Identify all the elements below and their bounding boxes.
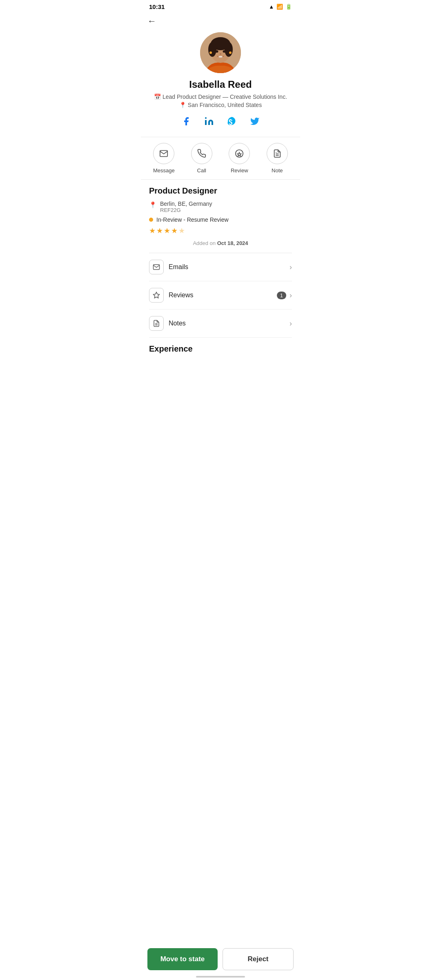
linkedin-link[interactable] xyxy=(202,114,216,129)
svg-point-14 xyxy=(205,117,207,119)
status-time: 10:31 xyxy=(149,3,165,10)
action-row: Message Call Review Not xyxy=(141,137,300,179)
main-content: Product Designer 📍 Berlin, BE, Germany R… xyxy=(141,180,300,394)
message-icon xyxy=(153,143,174,164)
svg-point-8 xyxy=(223,50,226,53)
status-dot xyxy=(149,218,153,222)
twitter-link[interactable] xyxy=(247,114,262,129)
action-note[interactable]: Note xyxy=(258,143,296,174)
action-call-label: Call xyxy=(197,167,206,174)
skype-link[interactable] xyxy=(225,114,239,129)
svg-point-12 xyxy=(229,51,232,54)
notes-arrow: › xyxy=(290,319,292,328)
profile-role: 📅 Lead Product Designer — Creative Solut… xyxy=(154,94,287,100)
profile-section: Isabella Reed 📅 Lead Product Designer — … xyxy=(141,31,300,137)
location-icon: 📍 xyxy=(179,102,186,108)
signal-icon: 📶 xyxy=(276,4,283,10)
svg-point-7 xyxy=(216,50,218,53)
star-4: ★ xyxy=(171,226,178,235)
wifi-icon: ▲ xyxy=(269,4,274,10)
star-2: ★ xyxy=(156,226,163,235)
back-arrow-icon: ← xyxy=(147,16,156,27)
reviews-badge: 1 xyxy=(277,292,286,299)
facebook-link[interactable] xyxy=(179,114,194,129)
job-location-row: 📍 Berlin, BE, Germany REF22G xyxy=(149,200,292,213)
back-button[interactable]: ← xyxy=(141,12,163,31)
svg-point-10 xyxy=(218,56,223,58)
reviews-label: Reviews xyxy=(169,292,277,299)
svg-point-5 xyxy=(208,42,216,57)
action-review-label: Review xyxy=(231,167,248,174)
svg-point-9 xyxy=(220,53,221,55)
action-review[interactable]: Review xyxy=(220,143,258,174)
profile-location: 📍 San Francisco, United States xyxy=(179,102,262,108)
review-icon xyxy=(229,143,250,164)
avatar xyxy=(200,32,241,73)
svg-point-6 xyxy=(225,42,233,57)
note-icon xyxy=(267,143,288,164)
emails-arrow: › xyxy=(290,263,292,272)
job-title: Product Designer xyxy=(149,186,292,196)
profile-location-text: San Francisco, United States xyxy=(188,102,262,108)
social-links xyxy=(179,114,262,129)
star-1: ★ xyxy=(149,226,156,235)
rating-row: ★ ★ ★ ★ ★ xyxy=(149,226,292,235)
action-call[interactable]: Call xyxy=(183,143,221,174)
svg-rect-13 xyxy=(205,120,207,125)
star-3: ★ xyxy=(164,226,170,235)
notes-label: Notes xyxy=(169,320,290,327)
star-5: ★ xyxy=(178,226,185,235)
location-block: Berlin, BE, Germany REF22G xyxy=(160,200,212,213)
job-location: Berlin, BE, Germany xyxy=(160,200,212,207)
notes-list-item[interactable]: Notes › xyxy=(149,310,292,338)
profile-role-text: Lead Product Designer — Creative Solutio… xyxy=(163,94,287,100)
briefcase-icon: 📅 xyxy=(154,94,161,100)
ref-code: REF22G xyxy=(160,207,212,213)
experience-section-title: Experience xyxy=(149,344,292,354)
emails-icon xyxy=(149,260,164,274)
action-message-label: Message xyxy=(153,167,175,174)
status-icons: ▲ 📶 🔋 xyxy=(269,4,292,10)
svg-marker-18 xyxy=(154,292,160,298)
svg-point-15 xyxy=(236,150,243,157)
status-row: In-Review - Resume Review xyxy=(149,216,292,223)
action-note-label: Note xyxy=(272,167,283,174)
profile-name: Isabella Reed xyxy=(189,79,252,90)
action-message[interactable]: Message xyxy=(145,143,183,174)
status-text: In-Review - Resume Review xyxy=(156,216,229,223)
emails-label: Emails xyxy=(169,263,290,271)
svg-point-11 xyxy=(209,51,212,54)
reviews-list-item[interactable]: Reviews 1 › xyxy=(149,281,292,310)
call-icon xyxy=(191,143,212,164)
status-bar: 10:31 ▲ 📶 🔋 xyxy=(141,0,300,12)
location-pin-icon: 📍 xyxy=(149,201,157,209)
emails-list-item[interactable]: Emails › xyxy=(149,253,292,281)
reviews-arrow: › xyxy=(290,291,292,300)
added-date: Added on Oct 18, 2024 xyxy=(149,240,292,246)
battery-icon: 🔋 xyxy=(285,4,292,10)
notes-icon xyxy=(149,316,164,331)
reviews-icon xyxy=(149,288,164,303)
